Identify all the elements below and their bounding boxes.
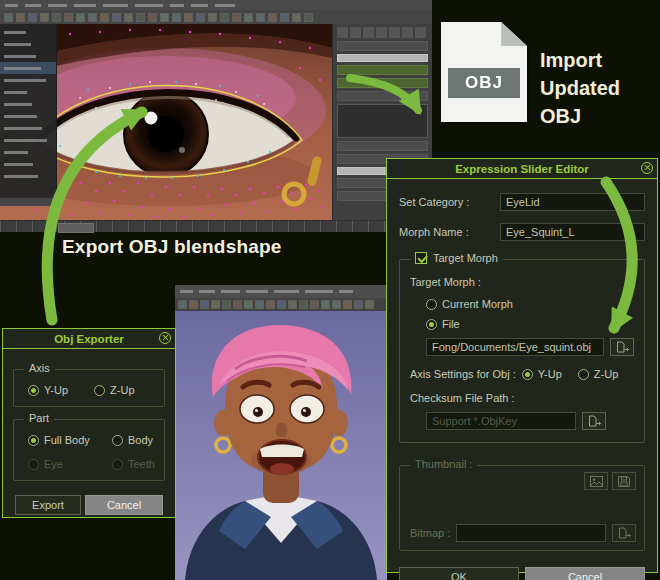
menu-item[interactable]: [199, 290, 215, 293]
scene-tree-item[interactable]: [0, 98, 56, 110]
close-icon[interactable]: [159, 332, 171, 344]
menu-item[interactable]: [305, 290, 333, 293]
part-body-radio[interactable]: Body: [112, 434, 153, 446]
toolbar-icon[interactable]: [184, 13, 193, 22]
scene-tree-item[interactable]: [0, 86, 56, 98]
toolbar-icon[interactable]: [136, 13, 145, 22]
toolbar-icon[interactable]: [244, 300, 253, 309]
maya-menu-bar[interactable]: [175, 285, 387, 298]
file-radio[interactable]: File: [426, 318, 634, 330]
part-fullbody-radio[interactable]: Full Body: [28, 434, 106, 446]
toolbar-icon[interactable]: [256, 13, 265, 22]
toolbar-icon[interactable]: [208, 13, 217, 22]
menu-item[interactable]: [191, 4, 208, 7]
menu-item[interactable]: [215, 4, 235, 7]
menu-item[interactable]: [25, 4, 41, 7]
browse-checksum-button[interactable]: [582, 412, 606, 430]
scene-explorer-scrollbar[interactable]: [0, 198, 57, 206]
scene-tree-item[interactable]: [0, 170, 56, 182]
target-morph-checkbox[interactable]: [415, 252, 427, 264]
bitmap-input[interactable]: [456, 524, 606, 542]
toolbar-icon[interactable]: [332, 300, 341, 309]
morph-name-input[interactable]: [500, 223, 645, 241]
toolbar-icon[interactable]: [211, 300, 220, 309]
browse-file-button[interactable]: [610, 338, 634, 356]
toolbar-icon[interactable]: [266, 300, 275, 309]
scene-tree-item[interactable]: [0, 110, 56, 122]
toolbar-icon[interactable]: [220, 13, 229, 22]
panel-button-green[interactable]: [337, 65, 428, 75]
menu-item[interactable]: [5, 4, 18, 7]
max-timeline[interactable]: [0, 220, 432, 232]
scene-tree-item[interactable]: [0, 74, 56, 86]
thumbnail-save-button[interactable]: [612, 472, 636, 490]
file-path-input[interactable]: [426, 338, 604, 356]
toolbar-icon[interactable]: [232, 13, 241, 22]
maya-shelf[interactable]: [175, 298, 387, 311]
toolbar-icon[interactable]: [343, 300, 352, 309]
toolbar-icon[interactable]: [354, 300, 363, 309]
max-toolbar[interactable]: [0, 10, 432, 24]
maya-viewport-character[interactable]: [175, 311, 387, 580]
scene-tree-item[interactable]: [0, 146, 56, 158]
axis-zup-radio[interactable]: Z-Up: [94, 384, 134, 396]
menu-item[interactable]: [246, 290, 268, 293]
menu-item[interactable]: [48, 4, 67, 7]
obj-axis-yup-radio[interactable]: Y-Up: [522, 368, 562, 380]
toolbar-icon[interactable]: [244, 13, 253, 22]
ok-button[interactable]: OK: [399, 567, 519, 580]
toolbar-icon[interactable]: [365, 300, 374, 309]
toolbar-icon[interactable]: [40, 13, 49, 22]
menu-item[interactable]: [339, 290, 353, 293]
scene-tree-item[interactable]: [0, 62, 56, 74]
toolbar-icon[interactable]: [321, 300, 330, 309]
toolbar-icon[interactable]: [222, 300, 231, 309]
cancel-button[interactable]: Cancel: [525, 567, 645, 580]
export-button[interactable]: Export: [15, 495, 81, 515]
toolbar-icon[interactable]: [268, 13, 277, 22]
command-panel-tabs[interactable]: [337, 27, 428, 38]
toolbar-icon[interactable]: [160, 13, 169, 22]
scene-tree-item[interactable]: [0, 26, 56, 38]
scene-tree-item[interactable]: [0, 134, 56, 146]
toolbar-icon[interactable]: [310, 300, 319, 309]
toolbar-icon[interactable]: [288, 300, 297, 309]
toolbar-icon[interactable]: [64, 13, 73, 22]
toolbar-icon[interactable]: [178, 300, 187, 309]
max-menu-bar[interactable]: [0, 0, 432, 10]
scene-tree-item[interactable]: [0, 50, 56, 62]
toolbar-icon[interactable]: [28, 13, 37, 22]
toolbar-icon[interactable]: [124, 13, 133, 22]
toolbar-icon[interactable]: [255, 300, 264, 309]
menu-item[interactable]: [135, 4, 163, 7]
menu-item[interactable]: [170, 4, 184, 7]
toolbar-icon[interactable]: [112, 13, 121, 22]
menu-item[interactable]: [180, 290, 193, 293]
toolbar-icon[interactable]: [88, 13, 97, 22]
part-eye-radio[interactable]: Eye: [28, 458, 106, 470]
axis-yup-radio[interactable]: Y-Up: [28, 384, 68, 396]
toolbar-icon[interactable]: [76, 13, 85, 22]
toolbar-icon[interactable]: [189, 300, 198, 309]
toolbar-icon[interactable]: [4, 13, 13, 22]
toolbar-icon[interactable]: [292, 13, 301, 22]
thumbnail-image-button[interactable]: [584, 472, 608, 490]
menu-item[interactable]: [274, 290, 299, 293]
scene-tree-item[interactable]: [0, 122, 56, 134]
menu-item[interactable]: [74, 4, 96, 7]
menu-item[interactable]: [221, 290, 240, 293]
toolbar-icon[interactable]: [52, 13, 61, 22]
toolbar-icon[interactable]: [280, 13, 289, 22]
scene-tree-item[interactable]: [0, 158, 56, 170]
toolbar-icon[interactable]: [100, 13, 109, 22]
panel-listbox[interactable]: [337, 104, 428, 138]
toolbar-icon[interactable]: [16, 13, 25, 22]
obj-axis-zup-radio[interactable]: Z-Up: [578, 368, 618, 380]
toolbar-icon[interactable]: [196, 13, 205, 22]
current-morph-radio[interactable]: Current Morph: [426, 298, 634, 310]
max-scene-explorer[interactable]: [0, 24, 57, 198]
timeline-slider[interactable]: [58, 223, 94, 233]
checksum-input[interactable]: [426, 412, 576, 430]
close-icon[interactable]: [641, 162, 653, 174]
dialog-titlebar[interactable]: Expression Slider Editor: [387, 159, 657, 179]
